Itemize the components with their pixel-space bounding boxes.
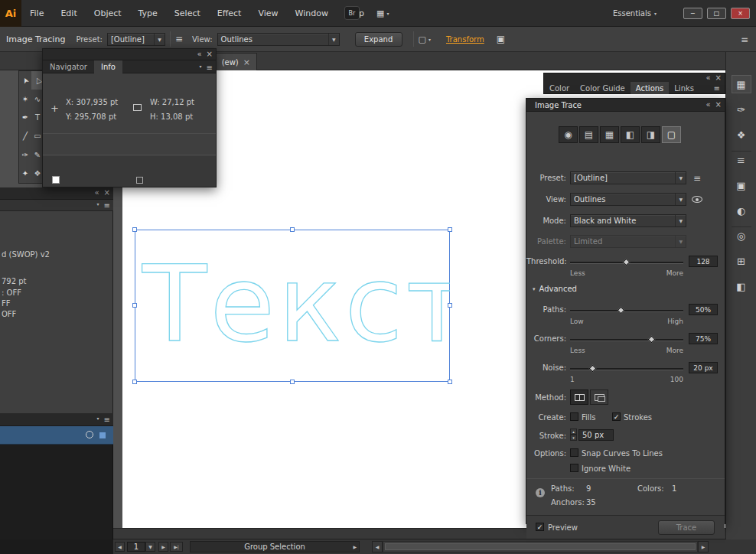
dock-stroke-button[interactable]: ≡ <box>732 151 751 169</box>
info-panel-titlebar[interactable]: « × <box>43 49 216 60</box>
paintbrush-tool[interactable]: ✑ <box>19 145 31 164</box>
selection-handle[interactable] <box>448 303 452 308</box>
paths-slider[interactable] <box>570 310 683 312</box>
selection-handle[interactable] <box>448 380 452 384</box>
menu-edit[interactable]: Edit <box>52 0 85 27</box>
layer-target-icon[interactable] <box>86 431 93 438</box>
collapse-panel-icon[interactable]: « <box>705 100 710 109</box>
dock-swatches-button[interactable]: ▦ <box>732 75 751 93</box>
menu-effect[interactable]: Effect <box>209 0 250 27</box>
horizontal-scrollbar-thumb[interactable] <box>385 543 696 550</box>
noise-slider-thumb[interactable] <box>588 365 596 373</box>
tab-links[interactable]: Links <box>669 82 699 94</box>
page-number-field[interactable]: 1 <box>127 542 145 552</box>
noise-value[interactable]: 20 px <box>689 362 718 373</box>
preview-checkbox[interactable]: ✓ <box>536 523 544 531</box>
collapse-panel-icon[interactable]: « <box>197 50 201 58</box>
dock-gradient-button[interactable]: ◧ <box>732 277 751 295</box>
status-indicator[interactable]: Group Selection ▶ <box>190 541 360 552</box>
menu-view[interactable]: View <box>249 0 286 27</box>
minimize-button[interactable]: ─ <box>683 8 702 19</box>
trace-mode-dropdown[interactable]: Black and White ▼ <box>570 214 686 227</box>
threshold-slider[interactable] <box>570 262 683 264</box>
horizontal-scrollbar-track[interactable] <box>383 541 698 552</box>
trace-view-dropdown[interactable]: Outlines ▼ <box>570 193 686 206</box>
dock-artboards-button[interactable]: ⊞ <box>732 252 751 270</box>
close-button[interactable]: × <box>731 8 750 19</box>
maximize-button[interactable]: □ <box>707 8 726 19</box>
tab-navigator[interactable]: Navigator <box>43 60 94 73</box>
fills-checkbox[interactable] <box>570 412 578 421</box>
width-tool[interactable]: ✦ <box>19 165 31 183</box>
corners-slider[interactable] <box>570 339 683 341</box>
trace-button[interactable]: Trace <box>658 520 715 535</box>
selection-handle[interactable] <box>132 380 137 384</box>
paths-slider-thumb[interactable] <box>617 307 624 314</box>
panel-menu-icon[interactable]: ≡ <box>104 416 110 424</box>
first-page-button[interactable]: ◀ <box>115 542 125 552</box>
panel-menu-icon[interactable]: ≡ <box>104 201 110 210</box>
close-icon[interactable]: × <box>207 50 213 58</box>
stepper-up-icon[interactable]: ▴ <box>570 429 577 435</box>
traced-text[interactable]: Текст <box>136 232 450 382</box>
dock-brushes-button[interactable]: ✑ <box>732 100 751 119</box>
menu-object[interactable]: Object <box>86 0 130 27</box>
selection-tool[interactable]: ➤ <box>19 71 31 90</box>
selection-handle[interactable] <box>290 227 295 232</box>
threshold-value[interactable]: 128 <box>689 256 718 267</box>
transform-link[interactable]: Transform <box>446 35 484 44</box>
status-expand-icon[interactable]: ▶ <box>353 544 357 549</box>
menu-type[interactable]: Type <box>130 0 166 27</box>
dock-symbols-button[interactable]: ❖ <box>732 125 751 144</box>
preset-menu-icon[interactable]: ≡ <box>693 173 701 184</box>
trace-preset-dropdown[interactable]: [Outline] ▼ <box>570 171 686 184</box>
snap-curves-checkbox[interactable] <box>570 448 578 457</box>
preset-auto-color-icon[interactable]: ◉ <box>559 126 578 143</box>
scroll-left-button[interactable]: ◀ <box>372 541 383 552</box>
paths-value[interactable]: 50% <box>689 304 718 315</box>
dock-graphic-styles-button[interactable]: ▣ <box>732 176 751 194</box>
dock-appearance-button[interactable]: ◎ <box>732 226 751 245</box>
advanced-disclosure[interactable]: ▾ Advanced <box>533 285 577 293</box>
dock-transparency-button[interactable]: ◐ <box>732 201 751 220</box>
preset-high-color-icon[interactable]: ▤ <box>579 126 598 143</box>
layer-row-selected[interactable] <box>0 426 113 445</box>
image-trace-titlebar[interactable]: Image Trace « × <box>526 99 725 112</box>
line-segment-tool[interactable]: ╱ <box>19 127 31 145</box>
pen-tool[interactable]: ✒ <box>19 109 31 127</box>
tab-color[interactable]: Color <box>544 82 575 94</box>
method-overlapping-button[interactable] <box>590 389 608 405</box>
expand-button[interactable]: Expand <box>355 32 402 47</box>
tab-info[interactable]: Info <box>94 60 122 73</box>
stepper-down-icon[interactable]: ▾ <box>570 435 577 441</box>
menu-file[interactable]: File <box>21 0 52 27</box>
close-icon[interactable]: × <box>104 188 110 197</box>
view-dropdown[interactable]: Outlines ▼ <box>217 33 340 46</box>
preset-outline-icon[interactable]: ▢ <box>662 126 681 143</box>
preset-dropdown[interactable]: [Outline] ▼ <box>107 33 165 46</box>
preset-grayscale-icon[interactable]: ◧ <box>621 126 640 143</box>
artboard-icon[interactable]: ▣ <box>497 34 505 44</box>
selection-handle[interactable] <box>132 227 137 232</box>
collapse-panel-icon[interactable]: « <box>705 73 710 82</box>
last-page-button[interactable]: ▶| <box>170 542 183 552</box>
arrange-documents-button[interactable]: ▦ ▾ <box>376 6 389 20</box>
selection-handle[interactable] <box>290 380 295 384</box>
menu-window[interactable]: Window <box>287 0 337 27</box>
threshold-slider-thumb[interactable] <box>623 259 631 266</box>
corners-slider-thumb[interactable] <box>647 336 655 344</box>
collapse-panel-icon[interactable]: « <box>94 188 99 197</box>
document-info-panel-header[interactable]: « × <box>0 187 113 200</box>
stroke-stepper[interactable]: ▴ ▾ <box>570 429 577 441</box>
magic-wand-tool[interactable]: ✶ <box>19 90 31 108</box>
preset-black-white-icon[interactable]: ◨ <box>641 126 660 143</box>
control-panel-menu-icon[interactable]: ≡ <box>741 34 748 45</box>
close-icon[interactable]: × <box>715 100 722 109</box>
bridge-icon[interactable]: Br <box>344 6 360 20</box>
corners-value[interactable]: 75% <box>689 333 718 344</box>
layers-panel-header[interactable]: ▾ ≡ <box>0 413 113 426</box>
method-abutting-button[interactable] <box>570 389 588 405</box>
close-icon[interactable]: × <box>715 73 722 82</box>
isolate-selection-button[interactable]: ▢ ▾ <box>419 34 431 44</box>
eye-icon[interactable] <box>692 196 702 203</box>
